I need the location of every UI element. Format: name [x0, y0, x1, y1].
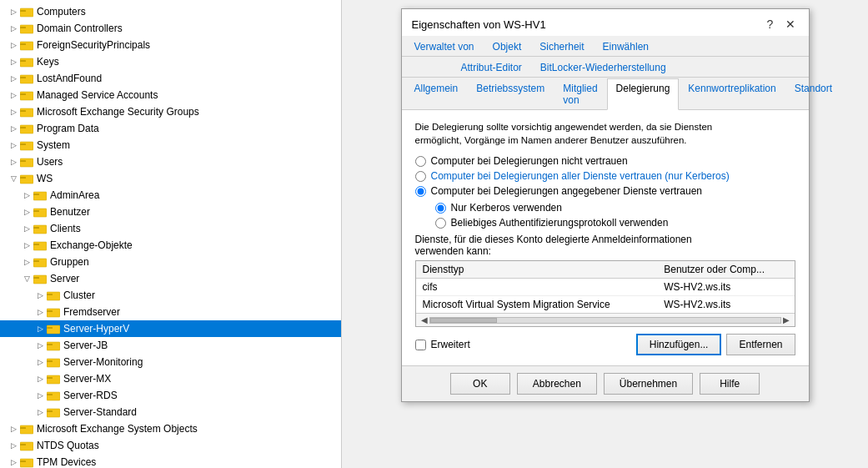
scrollbar-thumb[interactable] — [430, 318, 497, 323]
radio-no-trust-label: Computer bei Delegierungen nicht vertrau… — [431, 155, 628, 167]
tree-item-fremdserver[interactable]: ▷ Fremdserver — [0, 304, 341, 320]
tree-item-ms-exchange-security[interactable]: ▷ Microsoft Exchange Security Groups — [0, 103, 341, 120]
tab-kennwort[interactable]: Kennwortreplikation — [679, 78, 785, 110]
svg-rect-80 — [20, 444, 26, 445]
tab-delegierung[interactable]: Delegierung — [607, 78, 680, 110]
tree-item-server-standard[interactable]: ▷ Server-Standard — [0, 404, 341, 420]
tab-attribut[interactable]: Attribut-Editor — [452, 58, 531, 78]
col-header-benutzer: Benutzer oder Comp... — [657, 261, 794, 279]
expand-icon-fremdserver: ▷ — [33, 305, 47, 319]
radio-nur-kerberos-label: Nur Kerberos verwenden — [451, 202, 562, 214]
tree-label-gruppen: Gruppen — [50, 256, 89, 268]
tab-allgemein[interactable]: Allgemein — [405, 78, 468, 110]
tree-item-managed-service[interactable]: ▷ Managed Service Accounts — [0, 87, 341, 103]
hinzufuegen-button[interactable]: Hinzufügen... — [636, 334, 722, 355]
radio-beliebig-input[interactable] — [435, 218, 446, 229]
tab-einwaehlen[interactable]: Einwählen — [594, 37, 658, 57]
bottom-action-row: Erweitert Hinzufügen... Entfernen — [415, 334, 795, 355]
folder-icon-users — [20, 156, 33, 168]
radio-nur-kerberos-input[interactable] — [435, 203, 446, 214]
tree-item-cluster[interactable]: ▷ Cluster — [0, 287, 341, 304]
folder-icon-server-standard — [47, 406, 60, 418]
tree-item-clients[interactable]: ▷ Clients — [0, 220, 341, 237]
svg-rect-17 — [20, 93, 26, 95]
tab-objekt[interactable]: Objekt — [484, 37, 531, 57]
tree-item-server-jb[interactable]: ▷ Server-JB — [0, 337, 341, 354]
tree-item-lostfound[interactable]: ▷ LostAndFound — [0, 70, 341, 87]
tree-item-computers[interactable]: ▷ Computers — [0, 3, 341, 20]
expand-icon-mes: ▷ — [7, 422, 20, 435]
hilfe-button[interactable]: Hilfe — [700, 373, 760, 395]
svg-rect-74 — [47, 410, 53, 412]
tab-mitglied[interactable]: Mitglied von — [554, 78, 606, 110]
tree-item-foreign-security[interactable]: ▷ ForeignSecurityPrincipals — [0, 37, 341, 53]
uebernehmen-button[interactable]: Übernehmen — [604, 373, 693, 395]
tree-item-server-rds[interactable]: ▷ Server-RDS — [0, 387, 341, 404]
tree-item-users[interactable]: ▷ Users — [0, 153, 341, 170]
radio-specific-services-input[interactable] — [415, 186, 426, 197]
cell-cifs-type: cifs — [416, 279, 658, 296]
scrollbar-track[interactable] — [429, 317, 781, 324]
tab-row-2: Attribut-Editor BitLocker-Wiederherstell… — [402, 57, 809, 78]
svg-rect-3 — [20, 25, 33, 33]
tab-bitlocker[interactable]: BitLocker-Wiederherstellung — [531, 58, 675, 78]
tab-standort[interactable]: Standort — [785, 78, 841, 110]
radio-all-services-label: Computer bei Delegierungen aller Dienste… — [431, 170, 730, 182]
svg-rect-35 — [33, 194, 39, 195]
tree-item-program-data[interactable]: ▷ Program Data — [0, 120, 341, 137]
svg-rect-57 — [47, 325, 60, 334]
erweitert-checkbox[interactable] — [415, 340, 426, 350]
svg-rect-66 — [47, 375, 60, 384]
table-row-migration[interactable]: Microsoft Virtual System Migration Servi… — [416, 296, 795, 314]
abbrechen-button[interactable]: Abbrechen — [517, 373, 597, 395]
tree-label-mesg: Microsoft Exchange Security Groups — [37, 106, 199, 118]
svg-rect-56 — [47, 310, 53, 312]
tree-item-server[interactable]: ▽ Server — [0, 270, 341, 287]
tree-item-ws[interactable]: ▽ WS — [0, 170, 341, 187]
tree-item-server-mx[interactable]: ▷ Server-MX — [0, 370, 341, 387]
expand-icon-mesg: ▷ — [7, 105, 20, 118]
tree-label-dc: Domain Controllers — [37, 23, 123, 34]
scroll-left-icon[interactable]: ◀ — [419, 315, 429, 325]
tree-item-gruppen[interactable]: ▷ Gruppen — [0, 254, 341, 270]
tree-item-adminarea[interactable]: ▷ AdminArea — [0, 187, 341, 204]
svg-rect-24 — [20, 142, 33, 150]
ok-button[interactable]: OK — [450, 373, 510, 395]
expand-icon-server: ▽ — [20, 272, 33, 285]
close-button[interactable]: ✕ — [782, 16, 799, 33]
tab-sicherheit[interactable]: Sicherheit — [530, 37, 593, 57]
tree-item-server-monitoring[interactable]: ▷ Server-Monitoring — [0, 354, 341, 370]
svg-rect-23 — [20, 127, 26, 128]
expand-icon-cluster: ▷ — [33, 289, 47, 302]
svg-rect-15 — [20, 92, 33, 100]
folder-icon-tpm — [20, 456, 33, 468]
tree-label-keys: Keys — [37, 56, 59, 68]
tree-item-benutzer[interactable]: ▷ Benutzer — [0, 204, 341, 220]
svg-rect-18 — [20, 108, 33, 117]
tree-label-exchange-obj: Exchange-Objekte — [50, 239, 133, 251]
entfernen-button[interactable]: Entfernen — [726, 334, 795, 355]
tab-verwaltet[interactable]: Verwaltet von — [405, 37, 484, 57]
tree-item-keys[interactable]: ▷ Keys — [0, 53, 341, 70]
tab-betriebssystem[interactable]: Betriebssystem — [467, 78, 554, 110]
radio-no-trust-input[interactable] — [415, 156, 426, 167]
table-row-cifs[interactable]: cifs WS-HV2.ws.its — [416, 279, 795, 296]
tree-item-ntds[interactable]: ▷ NTDS Quotas — [0, 437, 341, 454]
tree-item-tpm[interactable]: ▷ TPM Devices — [0, 454, 341, 468]
tree-item-system[interactable]: ▷ System — [0, 137, 341, 153]
tree-item-ms-exchange-system[interactable]: ▷ Microsoft Exchange System Objects — [0, 420, 341, 437]
tab-row-1: Verwaltet von Objekt Sicherheit Einwähle… — [402, 36, 809, 57]
svg-rect-59 — [47, 327, 53, 329]
expand-icon-computers: ▷ — [7, 5, 20, 18]
tree-item-domain-controllers[interactable]: ▷ Domain Controllers — [0, 20, 341, 37]
svg-rect-50 — [33, 277, 39, 279]
help-button[interactable]: ? — [762, 16, 779, 33]
table-scrollbar[interactable]: ◀ ▶ — [416, 313, 795, 326]
radio-all-services-input[interactable] — [415, 171, 426, 182]
folder-icon-keys — [20, 56, 33, 68]
services-label: Dienste, für die dieses Konto delegierte… — [415, 234, 795, 257]
scroll-right-icon[interactable]: ▶ — [781, 315, 791, 325]
tree-item-hyperv[interactable]: ▷ Server-HyperV — [0, 320, 341, 337]
tree-item-exchange-objekte[interactable]: ▷ Exchange-Objekte — [0, 237, 341, 254]
folder-icon-dc — [20, 23, 33, 34]
